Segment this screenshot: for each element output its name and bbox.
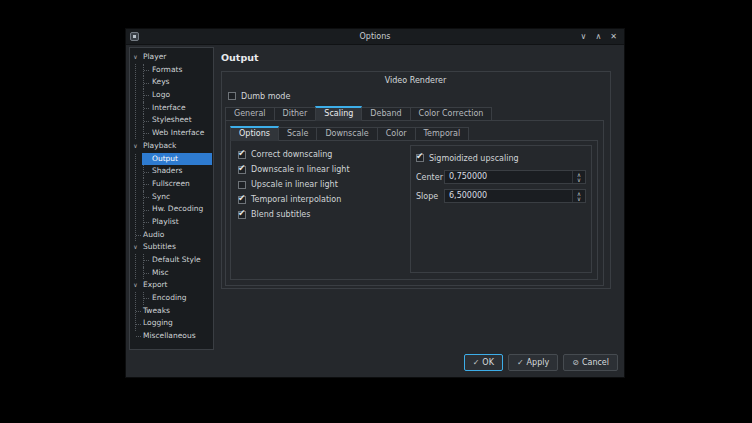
sigmoidized-upscaling-checkbox[interactable]: ✔ Sigmoidized upscaling xyxy=(416,151,586,165)
downscale-linear-light-checkbox[interactable]: ✔ Downscale in linear light xyxy=(238,162,350,177)
spin-down-icon[interactable]: ∨ xyxy=(577,177,581,182)
sidebar-item-subtitles[interactable]: ∨ Subtitles xyxy=(130,241,213,254)
page-title: Output xyxy=(221,52,616,63)
sidebar-item-web-interface[interactable]: Web Interface xyxy=(130,127,213,140)
tab-color[interactable]: Color xyxy=(377,127,416,141)
tab-general[interactable]: General xyxy=(225,107,275,121)
titlebar[interactable]: Options ∨ ∧ ✕ xyxy=(126,29,624,45)
cancel-button[interactable]: ⊘ Cancel xyxy=(563,354,618,371)
sidebar-item-stylesheet[interactable]: Stylesheet xyxy=(130,114,213,127)
sidebar-tree[interactable]: ∨ Player Formats Keys Logo Interface Sty… xyxy=(129,47,214,350)
scaling-sub-tab-bar: Options Scale Downscale Color Temporal xyxy=(230,126,599,141)
expander-icon[interactable]: ∨ xyxy=(131,241,140,254)
sidebar-item-audio[interactable]: Audio xyxy=(130,229,213,242)
center-label: Center xyxy=(416,173,444,182)
sidebar-item-tweaks[interactable]: Tweaks xyxy=(130,305,213,318)
options-tab-pane: ✔ Correct downscaling ✔ Downscale in lin… xyxy=(230,140,598,280)
expander-icon[interactable]: ∨ xyxy=(131,279,140,292)
video-renderer-group: Video Renderer ✔ Dumb mode General Dithe… xyxy=(221,71,611,289)
checkbox-box-icon: ✔ xyxy=(238,181,246,189)
checkbox-box-icon: ✔ xyxy=(238,196,246,204)
sidebar-item-export[interactable]: ∨ Export xyxy=(130,279,213,292)
sidebar-item-sync[interactable]: Sync xyxy=(130,191,213,204)
sidebar-item-encoding[interactable]: Encoding xyxy=(130,292,213,305)
tab-options[interactable]: Options xyxy=(230,126,279,141)
sidebar-item-logo[interactable]: Logo xyxy=(130,89,213,102)
cancel-icon: ⊘ xyxy=(572,358,579,367)
expander-icon[interactable]: ∨ xyxy=(131,51,140,64)
center-spinbox[interactable]: 0,750000 ∧ ∨ xyxy=(444,170,586,184)
scaling-tab-pane: Options Scale Downscale Color Temporal ✔… xyxy=(225,120,604,286)
sidebar-item-player[interactable]: ∨ Player xyxy=(130,51,213,64)
check-icon: ✔ xyxy=(238,193,246,203)
sidebar-item-hw-decoding[interactable]: Hw. Decoding xyxy=(130,203,213,216)
checkbox-box-icon: ✔ xyxy=(238,151,246,159)
sidebar-item-logging[interactable]: Logging xyxy=(130,317,213,330)
dialog-button-row: ✓ OK ✓ Apply ⊘ Cancel xyxy=(126,353,624,377)
blend-subtitles-checkbox[interactable]: ✔ Blend subtitles xyxy=(238,207,350,222)
app-icon xyxy=(130,32,139,41)
checkbox-box-icon: ✔ xyxy=(416,154,424,162)
apply-button[interactable]: ✓ Apply xyxy=(508,354,558,371)
tab-dither[interactable]: Dither xyxy=(274,107,317,121)
sidebar-item-formats[interactable]: Formats xyxy=(130,64,213,77)
sidebar-item-misc[interactable]: Misc xyxy=(130,267,213,280)
renderer-tab-bar: General Dither Scaling Deband Color Corr… xyxy=(225,106,606,121)
sidebar-item-shaders[interactable]: Shaders xyxy=(130,165,213,178)
sidebar-item-miscellaneous[interactable]: Miscellaneous xyxy=(130,330,213,343)
slope-spinbox[interactable]: 6,500000 ∧ ∨ xyxy=(444,189,586,203)
sidebar-item-output[interactable]: Output xyxy=(130,153,213,166)
options-checkbox-column: ✔ Correct downscaling ✔ Downscale in lin… xyxy=(238,147,350,222)
expander-icon[interactable]: ∨ xyxy=(131,140,140,153)
sidebar-item-keys[interactable]: Keys xyxy=(130,76,213,89)
tab-downscale[interactable]: Downscale xyxy=(316,127,377,141)
window-title: Options xyxy=(360,32,391,41)
tab-color-correction[interactable]: Color Correction xyxy=(410,107,493,121)
sigmoid-group: ✔ Sigmoidized upscaling Center 0,750000 … xyxy=(410,145,592,273)
checkbox-box-icon: ✔ xyxy=(238,166,246,174)
dumb-mode-checkbox[interactable]: ✔ Dumb mode xyxy=(228,89,606,103)
check-icon: ✔ xyxy=(238,148,246,158)
tab-temporal[interactable]: Temporal xyxy=(415,127,470,141)
apply-check-icon: ✓ xyxy=(517,358,524,367)
close-icon[interactable]: ✕ xyxy=(610,29,617,45)
sidebar-item-interface[interactable]: Interface xyxy=(130,102,213,115)
spin-down-icon[interactable]: ∨ xyxy=(577,196,581,201)
temporal-interpolation-checkbox[interactable]: ✔ Temporal interpolation xyxy=(238,192,350,207)
slope-label: Slope xyxy=(416,192,444,201)
sidebar-item-playlist[interactable]: Playlist xyxy=(130,216,213,229)
upscale-linear-light-checkbox[interactable]: ✔ Upscale in linear light xyxy=(238,177,350,192)
check-icon: ✔ xyxy=(238,208,246,218)
correct-downscaling-checkbox[interactable]: ✔ Correct downscaling xyxy=(238,147,350,162)
checkbox-box-icon: ✔ xyxy=(228,92,236,100)
maximize-icon[interactable]: ∧ xyxy=(595,29,601,45)
sidebar-item-fullscreen[interactable]: Fullscreen xyxy=(130,178,213,191)
main-panel: Output Video Renderer ✔ Dumb mode Genera… xyxy=(214,45,624,353)
slope-value[interactable]: 6,500000 xyxy=(445,190,572,202)
center-value[interactable]: 0,750000 xyxy=(445,171,572,183)
sidebar-item-default-style[interactable]: Default Style xyxy=(130,254,213,267)
tab-scaling[interactable]: Scaling xyxy=(315,106,362,121)
group-title: Video Renderer xyxy=(225,75,606,86)
tab-scale[interactable]: Scale xyxy=(278,127,318,141)
sidebar-item-playback[interactable]: ∨ Playback xyxy=(130,140,213,153)
minimize-icon[interactable]: ∨ xyxy=(581,29,587,45)
ok-button[interactable]: ✓ OK xyxy=(464,354,503,371)
check-icon: ✔ xyxy=(416,151,424,161)
slope-spin-buttons[interactable]: ∧ ∨ xyxy=(572,190,585,202)
ok-check-icon: ✓ xyxy=(473,358,480,367)
checkbox-box-icon: ✔ xyxy=(238,211,246,219)
tab-deband[interactable]: Deband xyxy=(361,107,410,121)
check-icon: ✔ xyxy=(238,163,246,173)
center-spin-buttons[interactable]: ∧ ∨ xyxy=(572,171,585,183)
options-window: Options ∨ ∧ ✕ ∨ Player Formats Keys Logo… xyxy=(125,28,625,378)
